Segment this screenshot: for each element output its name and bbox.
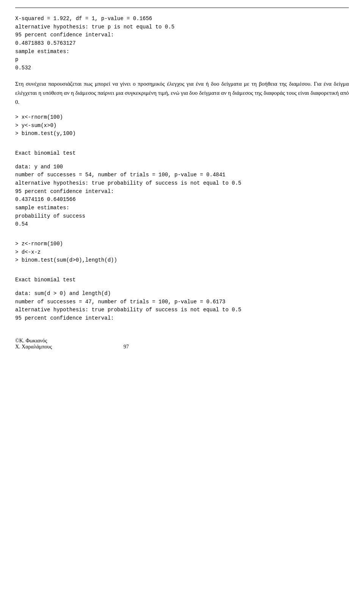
output-2-alt: alternative hypothesis: true probability… xyxy=(15,306,349,314)
page-number: 97 xyxy=(52,344,200,350)
footer-left: ©K. Φωκιανός X. Χαραλάμπους xyxy=(15,338,52,350)
output-1-prob-value: 0.54 xyxy=(15,220,349,229)
stat-output-1: X-squared = 1.922, df = 1, p-value = 0.1… xyxy=(15,15,349,72)
stat-line-5: sample estimates: xyxy=(15,48,349,56)
output-1-prob-label: probability of success xyxy=(15,212,349,221)
author-text: X. Χαραλάμπους xyxy=(15,344,52,350)
stat-line-4: 0.4871883 0.5763127 xyxy=(15,39,349,48)
output-1-data: data: y and 100 xyxy=(15,163,349,171)
stat-line-3: 95 percent confidence interval: xyxy=(15,31,349,39)
output-block-2: Exact binomial test data: sum(d > 0) and… xyxy=(15,276,349,322)
output-1-ci-values: 0.4374116 0.6401566 xyxy=(15,196,349,204)
code-line-1-2: > y<-sum(x>0) xyxy=(15,122,349,130)
code-block-1: > x<-rnorm(100) > y<-sum(x>0) > binom.te… xyxy=(15,113,349,138)
output-2-ci-label: 95 percent confidence interval: xyxy=(15,314,349,323)
code-block-2: > z<-rnorm(100) > d<-x-z > binom.test(su… xyxy=(15,240,349,265)
page-footer: ©K. Φωκιανός X. Χαραλάμπους 97 xyxy=(15,338,349,350)
code-line-2-1: > z<-rnorm(100) xyxy=(15,240,349,248)
stat-line-1: X-squared = 1.922, df = 1, p-value = 0.1… xyxy=(15,15,349,23)
code-line-1-1: > x<-rnorm(100) xyxy=(15,113,349,122)
stat-line-7: 0.532 xyxy=(15,64,349,72)
stat-line-6: p xyxy=(15,56,349,64)
output-1-number: number of successes = 54, number of tria… xyxy=(15,171,349,179)
prose-paragraph-1: Στη συνέχεια παρουσιάζεται πως μπορεί να… xyxy=(15,79,349,107)
copyright-text: ©K. Φωκιανός xyxy=(15,338,52,344)
output-1-sample-label: sample estimates: xyxy=(15,204,349,212)
output-2-title: Exact binomial test xyxy=(15,276,349,284)
output-1-title: Exact binomial test xyxy=(15,149,349,158)
top-border xyxy=(15,8,349,8)
output-2-data: data: sum(d > 0) and length(d) xyxy=(15,290,349,298)
code-line-2-2: > d<-x-z xyxy=(15,248,349,257)
code-line-2-3: > binom.test(sum(d>0),length(d)) xyxy=(15,256,349,265)
output-2-number: number of successes = 47, number of tria… xyxy=(15,298,349,306)
output-block-1: Exact binomial test data: y and 100 numb… xyxy=(15,149,349,229)
output-1-alt: alternative hypothesis: true probability… xyxy=(15,179,349,188)
output-1-ci-label: 95 percent confidence interval: xyxy=(15,188,349,196)
stat-line-2: alternative hypothesis: true p is not eq… xyxy=(15,23,349,31)
code-line-1-3: > binom.test(y,100) xyxy=(15,130,349,138)
